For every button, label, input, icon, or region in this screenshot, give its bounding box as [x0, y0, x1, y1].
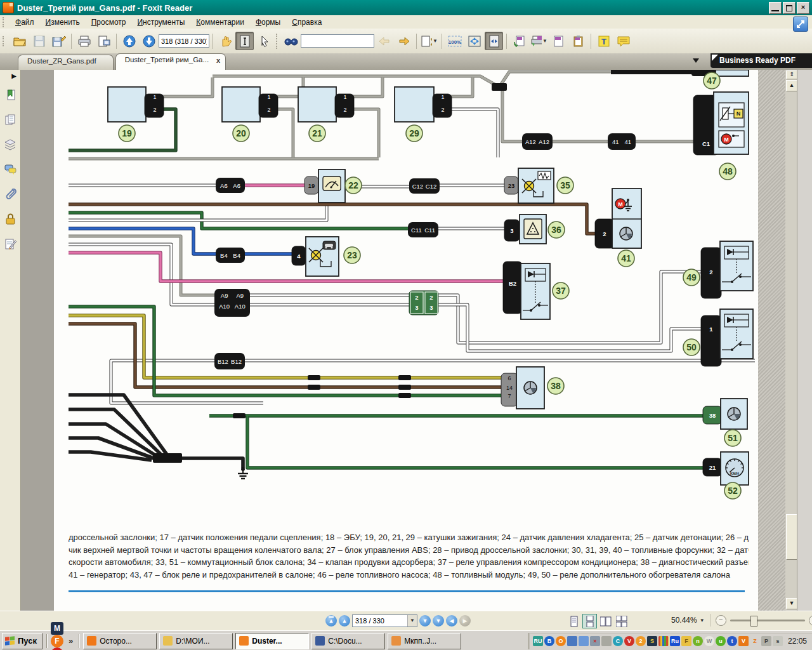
- pdf-from-printer-button[interactable]: ▼: [530, 32, 548, 50]
- speaker-tray-icon[interactable]: s: [773, 636, 783, 646]
- zip-tray-icon[interactable]: Z: [750, 636, 760, 646]
- display-tray-icon[interactable]: [567, 636, 577, 646]
- open-button[interactable]: [10, 32, 29, 50]
- printer-tray-icon[interactable]: P: [761, 636, 771, 646]
- utorrent-tray-icon[interactable]: u: [716, 636, 726, 646]
- print-button[interactable]: [75, 32, 93, 50]
- messenger-tray-icon[interactable]: C: [613, 636, 623, 646]
- attachments-panel-icon[interactable]: [1, 184, 19, 204]
- menu-item-7[interactable]: Справка: [286, 17, 327, 28]
- power-tray-icon[interactable]: S: [647, 636, 657, 646]
- auto-scroll-button[interactable]: ▼: [420, 32, 438, 50]
- document-tab-2[interactable]: Duster_Третий рим_Ga...x: [115, 53, 226, 70]
- continuous-layout-button[interactable]: [582, 614, 597, 628]
- scroll-up-icon[interactable]: ▲: [786, 80, 797, 91]
- security-panel-icon[interactable]: [1, 209, 19, 229]
- zoom-slider[interactable]: [730, 620, 805, 621]
- zoom-out-button[interactable]: −: [716, 615, 726, 626]
- opera-quicklaunch-icon[interactable]: O: [51, 647, 63, 650]
- punto-switcher-tray-icon[interactable]: Ru: [670, 636, 680, 646]
- note-button[interactable]: [614, 32, 632, 50]
- guard-tray-icon[interactable]: 2: [636, 636, 646, 646]
- pdf-from-file-button[interactable]: [510, 32, 528, 50]
- search-input[interactable]: [301, 34, 374, 48]
- page-combo-dropdown-icon[interactable]: ▼: [407, 615, 417, 627]
- minimize-button[interactable]: [769, 2, 782, 14]
- media-player-quicklaunch-icon[interactable]: M: [51, 622, 63, 635]
- network-off-tray-icon[interactable]: ×: [590, 636, 600, 646]
- hand-tool-button[interactable]: [216, 32, 234, 50]
- bookmarks-panel-icon[interactable]: [1, 85, 19, 105]
- firefox-quicklaunch-icon[interactable]: F: [51, 635, 63, 647]
- sidebar-expand-icon[interactable]: ▶: [0, 70, 20, 81]
- scrollbar-thumb[interactable]: [786, 514, 797, 560]
- document-page[interactable]: 121912201221122947A12A124141A6A6C12C12C1…: [54, 70, 760, 611]
- scroll-down-icon[interactable]: ▼: [786, 598, 797, 609]
- single-page-layout-button[interactable]: [566, 614, 581, 628]
- menubar-grip[interactable]: [3, 17, 7, 27]
- menu-item-4[interactable]: Инструменты: [131, 17, 190, 28]
- document-tab-1[interactable]: Duster_ZR_Gans.pdf: [18, 55, 114, 70]
- restore-button[interactable]: [783, 2, 796, 14]
- highlight-text-button[interactable]: T: [594, 32, 613, 50]
- folder-sync-tray-icon[interactable]: F: [681, 636, 691, 646]
- zoom-in-button[interactable]: +: [809, 615, 812, 626]
- page-number-input[interactable]: [159, 34, 209, 48]
- start-button[interactable]: Пуск: [2, 633, 43, 649]
- fit-page-button[interactable]: [465, 32, 483, 50]
- page-combo[interactable]: ▼: [352, 614, 417, 627]
- menu-item-5[interactable]: Комментарии: [190, 17, 250, 28]
- close-button[interactable]: ×: [797, 2, 809, 14]
- dual-display-tray-icon[interactable]: [579, 636, 589, 646]
- previous-page-button-status[interactable]: ▲: [339, 615, 350, 627]
- status-page-input[interactable]: [353, 617, 407, 625]
- menu-item-6[interactable]: Формы: [250, 17, 286, 28]
- find-next-button[interactable]: [395, 32, 413, 50]
- scheduler-tray-icon[interactable]: t: [727, 636, 737, 646]
- print-preview-button[interactable]: [95, 32, 113, 50]
- vertical-scrollbar[interactable]: ⇕ ▲ ▼: [785, 70, 797, 611]
- business-ready-pdf-tool-banner[interactable]: Business Ready PDF Tool: [710, 53, 812, 68]
- facing-layout-button[interactable]: [598, 614, 613, 628]
- taskbar-clock[interactable]: 22:05: [788, 637, 807, 646]
- device-tray-icon[interactable]: [601, 636, 612, 646]
- bluetooth-tray-icon[interactable]: B: [544, 636, 554, 646]
- select-annotation-button[interactable]: [255, 32, 273, 50]
- taskbar-task-2[interactable]: D:\МОИ...: [159, 633, 233, 649]
- taskbar-task-5[interactable]: Мкпп..J...: [388, 633, 461, 649]
- fit-width-button[interactable]: [485, 32, 503, 50]
- next-view-button[interactable]: ▶: [459, 615, 471, 627]
- tab-list-dropdown-icon[interactable]: [693, 58, 699, 66]
- touchpad-tray-icon[interactable]: W: [704, 636, 714, 646]
- save-all-button[interactable]: [49, 32, 68, 50]
- comments-panel-icon[interactable]: [1, 159, 19, 180]
- taskbar-task-3[interactable]: Duster...: [235, 633, 309, 649]
- antivirus-tray-icon[interactable]: V: [624, 636, 634, 646]
- zoom-100-button[interactable]: 100%: [445, 32, 464, 50]
- menu-item-3[interactable]: Просмотр: [86, 17, 132, 28]
- select-text-button[interactable]: [235, 32, 254, 50]
- zoom-slider-handle[interactable]: [750, 616, 757, 627]
- zoom-dropdown-icon[interactable]: ▼: [700, 618, 705, 623]
- previous-page-button[interactable]: [120, 32, 138, 50]
- desktop-tray-icon[interactable]: [658, 636, 669, 646]
- save-button[interactable]: [30, 32, 48, 50]
- expand-toolbars-icon[interactable]: [793, 17, 808, 32]
- nvidia-tray-icon[interactable]: n: [693, 636, 703, 646]
- first-page-button[interactable]: ▲: [325, 615, 337, 627]
- pdf-from-clipboard-button[interactable]: [569, 32, 587, 50]
- next-page-button[interactable]: [140, 32, 158, 50]
- previous-view-button[interactable]: ◀: [446, 615, 457, 627]
- last-page-button[interactable]: ▼: [433, 615, 444, 627]
- splitter-handle[interactable]: ⇕: [786, 70, 797, 79]
- next-page-button-status[interactable]: ▼: [419, 615, 431, 627]
- volume-mixer-tray-icon[interactable]: V: [738, 636, 749, 646]
- pages-panel-icon[interactable]: [1, 110, 19, 130]
- find-previous-button[interactable]: [375, 32, 393, 50]
- menu-item-2[interactable]: Изменить: [40, 17, 86, 28]
- toolbar-grip[interactable]: [3, 36, 7, 46]
- signature-panel-icon[interactable]: [1, 234, 19, 254]
- search-button[interactable]: [282, 32, 300, 50]
- taskbar-task-1[interactable]: Осторо...: [83, 633, 157, 649]
- tab-close-icon[interactable]: x: [216, 56, 220, 64]
